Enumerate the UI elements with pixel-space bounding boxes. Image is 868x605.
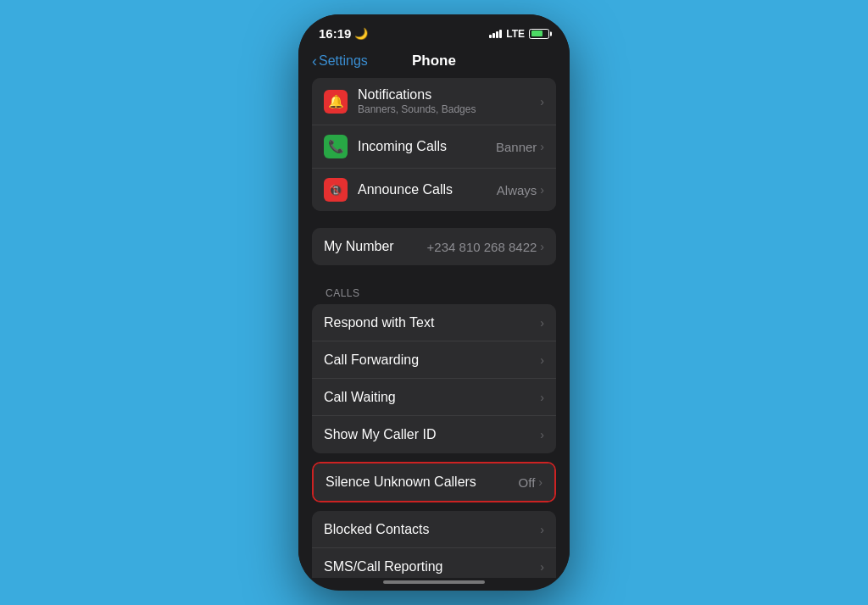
moon-icon: 🌙: [354, 27, 368, 40]
status-right: LTE: [489, 28, 549, 40]
signal-bar-1: [489, 35, 492, 38]
calls-section-label: CALLS: [312, 282, 556, 304]
silence-unknown-wrapper: Silence Unknown Callers Off ›: [312, 462, 556, 502]
my-number-chevron: ›: [540, 240, 544, 253]
notifications-group: 🔔 Notifications Banners, Sounds, Badges …: [312, 78, 556, 211]
show-caller-id-item[interactable]: Show My Caller ID ›: [312, 416, 556, 453]
call-waiting-chevron: ›: [540, 391, 544, 404]
notifications-item[interactable]: 🔔 Notifications Banners, Sounds, Badges …: [312, 78, 556, 125]
sms-reporting-item[interactable]: SMS/Call Reporting ›: [312, 548, 556, 578]
notifications-right: ›: [540, 95, 544, 108]
signal-bar-3: [496, 31, 498, 38]
blocked-contacts-chevron: ›: [540, 523, 544, 536]
signal-bar-4: [499, 30, 502, 38]
sms-reporting-content: SMS/Call Reporting: [324, 559, 540, 574]
back-button[interactable]: ‹ Settings: [312, 53, 368, 70]
silence-unknown-right: Off ›: [519, 475, 542, 490]
incoming-calls-right: Banner ›: [496, 140, 544, 154]
incoming-calls-item[interactable]: 📞 Incoming Calls Banner ›: [312, 125, 556, 169]
show-caller-id-title: Show My Caller ID: [324, 427, 540, 442]
show-caller-id-right: ›: [540, 428, 544, 441]
scroll-content: 🔔 Notifications Banners, Sounds, Badges …: [298, 78, 570, 578]
back-chevron-icon: ‹: [312, 53, 317, 70]
announce-calls-right: Always ›: [497, 183, 544, 197]
page-title: Phone: [412, 53, 456, 69]
my-number-value: +234 810 268 8422: [427, 240, 537, 254]
call-waiting-title: Call Waiting: [324, 390, 540, 405]
blocked-contacts-right: ›: [540, 523, 544, 536]
calls-group-top: Respond with Text › Call Forwarding ›: [312, 304, 556, 453]
call-forwarding-content: Call Forwarding: [324, 352, 540, 368]
incoming-calls-chevron: ›: [540, 140, 544, 153]
blocked-contacts-title: Blocked Contacts: [324, 522, 540, 537]
silence-unknown-content: Silence Unknown Callers: [326, 475, 519, 490]
status-bar: 16:19 🌙 LTE: [298, 14, 570, 47]
announce-calls-item[interactable]: 📵 Announce Calls Always ›: [312, 169, 556, 211]
battery-fill: [531, 31, 542, 36]
announce-calls-icon: 📵: [324, 178, 348, 202]
silence-unknown-value: Off: [519, 475, 536, 490]
status-time: 16:19 🌙: [319, 26, 368, 41]
calls-top-wrapper: Respond with Text › Call Forwarding ›: [312, 304, 556, 578]
call-forwarding-item[interactable]: Call Forwarding ›: [312, 341, 556, 379]
bottom-group: Blocked Contacts › SMS/Call Reporting ›: [312, 511, 556, 578]
signal-bars: [489, 30, 502, 38]
incoming-calls-value: Banner: [496, 140, 537, 154]
my-number-group: My Number +234 810 268 8422 ›: [312, 228, 556, 265]
my-number-title: My Number: [324, 239, 427, 254]
notifications-subtitle: Banners, Sounds, Badges: [358, 103, 540, 115]
show-caller-id-chevron: ›: [540, 428, 544, 441]
battery-icon: [529, 29, 549, 39]
notifications-chevron: ›: [540, 95, 544, 108]
silence-unknown-title: Silence Unknown Callers: [326, 475, 519, 490]
call-forwarding-right: ›: [540, 353, 544, 367]
announce-calls-chevron: ›: [540, 183, 544, 197]
lte-label: LTE: [506, 28, 525, 40]
my-number-content: My Number: [324, 239, 427, 254]
blocked-contacts-content: Blocked Contacts: [324, 522, 540, 537]
incoming-calls-icon: 📞: [324, 135, 348, 158]
notifications-title: Notifications: [358, 87, 540, 103]
notifications-content: Notifications Banners, Sounds, Badges: [358, 87, 540, 115]
silence-unknown-item[interactable]: Silence Unknown Callers Off ›: [314, 463, 554, 501]
phone-frame: 16:19 🌙 LTE ‹ Settings Phone: [298, 14, 570, 591]
respond-text-chevron: ›: [540, 316, 544, 330]
announce-calls-value: Always: [497, 183, 537, 197]
respond-text-title: Respond with Text: [324, 315, 540, 330]
announce-calls-content: Announce Calls: [358, 182, 497, 197]
call-waiting-right: ›: [540, 391, 544, 404]
announce-calls-title: Announce Calls: [358, 182, 497, 197]
my-number-item[interactable]: My Number +234 810 268 8422 ›: [312, 228, 556, 265]
respond-text-right: ›: [540, 316, 544, 330]
sms-reporting-chevron: ›: [540, 560, 544, 574]
silence-unknown-chevron: ›: [538, 475, 542, 489]
incoming-calls-title: Incoming Calls: [358, 139, 496, 154]
notifications-icon: 🔔: [324, 90, 348, 114]
blocked-contacts-item[interactable]: Blocked Contacts ›: [312, 511, 556, 548]
my-number-right: +234 810 268 8422 ›: [427, 240, 544, 254]
call-forwarding-chevron: ›: [540, 353, 544, 367]
home-indicator: [383, 580, 485, 584]
call-waiting-item[interactable]: Call Waiting ›: [312, 379, 556, 416]
sms-reporting-right: ›: [540, 560, 544, 574]
respond-text-item[interactable]: Respond with Text ›: [312, 304, 556, 341]
back-label: Settings: [319, 53, 368, 69]
incoming-calls-content: Incoming Calls: [358, 139, 496, 154]
time-display: 16:19: [319, 26, 351, 41]
call-waiting-content: Call Waiting: [324, 390, 540, 405]
call-forwarding-title: Call Forwarding: [324, 352, 540, 368]
respond-text-content: Respond with Text: [324, 315, 540, 330]
sms-reporting-title: SMS/Call Reporting: [324, 559, 540, 574]
signal-bar-2: [492, 33, 495, 38]
nav-bar: ‹ Settings Phone: [298, 47, 570, 78]
show-caller-id-content: Show My Caller ID: [324, 427, 540, 442]
